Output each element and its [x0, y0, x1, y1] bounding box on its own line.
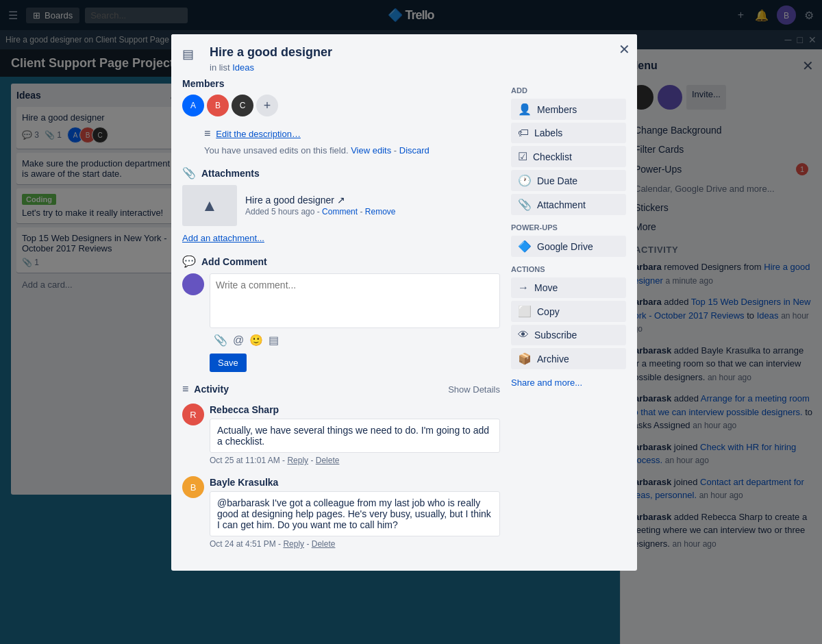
move-button[interactable]: → Move	[511, 277, 626, 298]
labels-btn-label: Labels	[534, 127, 562, 138]
comment-actions-1: Oct 25 at 11:01 AM - Reply - Delete	[210, 456, 500, 465]
copy-button[interactable]: ⬜ Copy	[511, 301, 626, 322]
unsaved-text: You have unsaved edits on this field.	[204, 145, 349, 156]
format-tool-button[interactable]: ▤	[269, 334, 279, 347]
actions-section-title: Actions	[511, 265, 626, 273]
in-list-link[interactable]: Ideas	[232, 62, 254, 73]
drive-icon: ▲	[201, 196, 218, 215]
comment-author-1: Rebecca Sharp	[210, 404, 279, 415]
copy-btn-label: Copy	[537, 306, 560, 317]
comment-author-2: Bayle Krasulka	[210, 477, 278, 488]
member-avatar-3[interactable]: C	[232, 95, 253, 116]
member-avatar-2[interactable]: B	[207, 95, 229, 116]
add-comment-label: Add Comment	[201, 256, 267, 267]
attachments-section: 📎 Attachments ▲ Hire a good designer ↗ A…	[182, 166, 500, 244]
labels-sidebar-button[interactable]: 🏷 Labels	[511, 123, 626, 143]
checklist-sidebar-button[interactable]: ☑ Checklist	[511, 146, 626, 167]
modal-title: Hire a good designer	[210, 45, 610, 60]
comment-textarea[interactable]	[210, 273, 500, 328]
comment-icon: 💬	[182, 255, 196, 268]
share-more-button[interactable]: Share and more...	[511, 377, 582, 388]
delete-link-1[interactable]: Delete	[316, 456, 340, 465]
mention-tool-button[interactable]: @	[233, 334, 244, 347]
description-icon: ≡	[204, 127, 210, 140]
google-drive-btn-label: Google Drive	[537, 241, 593, 252]
external-link-icon: ↗	[337, 195, 345, 206]
attachment-sidebar-button[interactable]: 📎 Attachment	[511, 194, 626, 215]
google-drive-icon: 🔷	[518, 240, 532, 253]
card-modal: ▤ Hire a good designer in list Ideas ✕ M…	[171, 34, 637, 571]
attachment-btn-label: Attachment	[537, 199, 586, 210]
move-icon: →	[518, 282, 529, 294]
due-date-btn-label: Due Date	[537, 175, 577, 186]
attachment-icon: 📎	[182, 166, 196, 179]
attachments-label: Attachments	[201, 168, 260, 179]
attachment-meta: Added 5 hours ago - Comment - Remove	[245, 207, 500, 216]
activity-label: Activity	[194, 384, 229, 395]
labels-sidebar-icon: 🏷	[518, 127, 529, 139]
subscribe-icon: 👁	[518, 329, 529, 341]
activity-avatar-2: B	[182, 476, 204, 498]
view-edits-link[interactable]: View edits	[351, 145, 391, 156]
activity-comment-2: B Bayle Krasulka @barbarask I've got a c…	[182, 476, 500, 549]
attachment-link[interactable]: Hire a good designer	[245, 195, 334, 206]
discard-link[interactable]: Discard	[399, 145, 429, 156]
card-icon: ▤	[182, 47, 194, 62]
activity-avatar-1: R	[182, 404, 204, 425]
comment-text-1: Actually, we have several things we need…	[210, 419, 500, 453]
description-section: ≡ Edit the description… You have unsaved…	[182, 127, 500, 156]
reply-link-1[interactable]: Reply	[287, 456, 308, 465]
members-label: Members	[182, 78, 224, 89]
attachment-time: Added 5 hours ago -	[245, 207, 320, 216]
delete-link-2[interactable]: Delete	[312, 539, 336, 549]
subscribe-btn-label: Subscribe	[534, 330, 577, 340]
add-comment-section: 💬 Add Comment 📎 @ 🙂 ▤ Save	[182, 255, 500, 372]
show-details-button[interactable]: Show Details	[448, 384, 500, 395]
members-section: Members A B C +	[182, 78, 500, 116]
due-date-icon: 🕐	[518, 174, 532, 187]
modal-close-button[interactable]: ✕	[619, 41, 630, 58]
power-ups-section-title: Power-Ups	[511, 223, 626, 232]
unsaved-note: You have unsaved edits on this field. Vi…	[204, 145, 500, 156]
reply-link-2[interactable]: Reply	[283, 539, 304, 549]
due-date-sidebar-button[interactable]: 🕐 Due Date	[511, 170, 626, 191]
google-drive-button[interactable]: 🔷 Google Drive	[511, 236, 626, 257]
attachment-item: ▲ Hire a good designer ↗ Added 5 hours a…	[182, 185, 500, 226]
edit-description-button[interactable]: Edit the description…	[216, 129, 301, 139]
activity-comment-1: R Rebecca Sharp Actually, we have severa…	[182, 404, 500, 465]
current-user-avatar	[182, 273, 204, 295]
activity-section: ≡ Activity Show Details R Rebecca Sharp …	[182, 383, 500, 549]
member-avatar-1[interactable]: A	[182, 95, 204, 116]
attachment-sidebar-icon: 📎	[518, 198, 532, 211]
checklist-sidebar-icon: ☑	[518, 150, 527, 163]
activity-icon: ≡	[182, 383, 188, 395]
comment-actions-2: Oct 24 at 4:51 PM - Reply - Delete	[210, 539, 500, 549]
checklist-btn-label: Checklist	[533, 151, 572, 162]
attach-tool-button[interactable]: 📎	[214, 334, 227, 347]
emoji-tool-button[interactable]: 🙂	[249, 334, 263, 347]
members-sidebar-icon: 👤	[518, 103, 532, 116]
save-comment-button[interactable]: Save	[210, 354, 247, 372]
copy-icon: ⬜	[518, 305, 532, 318]
members-btn-label: Members	[537, 104, 577, 115]
modal-subtitle: in list Ideas	[210, 62, 610, 73]
archive-button[interactable]: 📦 Archive	[511, 348, 626, 369]
attachment-comment-link[interactable]: Comment	[322, 207, 358, 216]
attachment-info: Hire a good designer ↗ Added 5 hours ago…	[245, 195, 500, 216]
modal-sidebar: Add 👤 Members 🏷 Labels ☑ Checklist 🕐 Due…	[511, 78, 626, 560]
archive-btn-label: Archive	[537, 354, 569, 364]
in-list-prefix: in list	[210, 62, 230, 73]
subscribe-button[interactable]: 👁 Subscribe	[511, 325, 626, 345]
move-btn-label: Move	[534, 282, 558, 293]
archive-icon: 📦	[518, 352, 532, 365]
attachment-thumbnail: ▲	[182, 185, 237, 226]
comment-text-2: @barbarask I've got a colleague from my …	[210, 491, 500, 536]
members-sidebar-button[interactable]: 👤 Members	[511, 99, 626, 120]
add-member-button[interactable]: +	[256, 95, 278, 116]
attachment-remove-link[interactable]: Remove	[365, 207, 396, 216]
add-section-title: Add	[511, 86, 626, 95]
add-attachment-button[interactable]: Add an attachment...	[182, 233, 264, 243]
